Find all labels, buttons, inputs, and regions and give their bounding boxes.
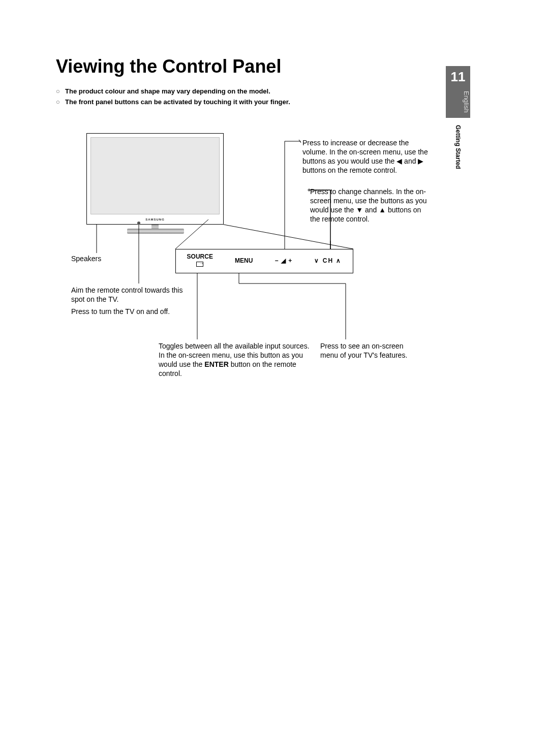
bullet-icon: [56, 97, 65, 108]
note-text: The front panel buttons can be activated…: [65, 97, 290, 108]
source-callout: Toggles between all the available input …: [159, 341, 316, 379]
tv-stand-base: [127, 229, 184, 234]
source-callout-line2: In the on-screen menu, use this button a…: [159, 351, 316, 379]
source-callout-line1: Toggles between all the available input …: [159, 341, 316, 351]
language-label: English: [446, 87, 470, 118]
volume-label: − ◢ +: [275, 257, 293, 264]
svg-line-1: [224, 225, 353, 249]
manual-page: Viewing the Control Panel The product co…: [0, 0, 549, 756]
remote-sensor-dot: [137, 222, 140, 225]
menu-button: MENU: [235, 257, 253, 265]
button-panel: SOURCE MENU − ◢ + ∨ CH ∧: [175, 249, 353, 273]
bullet-icon: [56, 86, 65, 97]
notes-list: The product colour and shape may vary de…: [56, 86, 493, 108]
source-label: SOURCE: [187, 253, 213, 261]
side-tab: 11 English Getting Started: [446, 66, 470, 169]
svg-line-8: [299, 140, 301, 143]
section-label: Getting Started: [454, 125, 462, 169]
remote-sensor-callout: Aim the remote control towards this spot…: [71, 286, 188, 317]
menu-label: MENU: [235, 257, 253, 264]
source-button: SOURCE: [187, 253, 213, 269]
tv-brand-label: SAMSUNG: [87, 218, 223, 222]
control-panel-diagram: SAMSUNG SOURCE MENU − ◢ + ∨ CH ∧: [66, 123, 452, 407]
note-item: The product colour and shape may vary de…: [56, 86, 493, 97]
source-icon: [196, 262, 203, 267]
page-number: 11: [446, 66, 470, 87]
menu-callout: Press to see an on-screen menu of your T…: [320, 341, 422, 360]
note-text: The product colour and shape may vary de…: [65, 86, 270, 97]
volume-callout: Press to increase or decrease the volume…: [302, 138, 432, 175]
channel-label: ∨ CH ∧: [314, 257, 342, 264]
speakers-callout: Speakers: [71, 254, 122, 263]
note-item: The front panel buttons can be activated…: [56, 97, 493, 108]
remote-sensor-line1: Aim the remote control towards this spot…: [71, 286, 188, 304]
remote-sensor-line2: Press to turn the TV on and off.: [71, 307, 188, 316]
source-callout-bold: ENTER: [204, 360, 228, 368]
channel-callout: Press to change channels. In the on-scre…: [310, 187, 432, 224]
page-title: Viewing the Control Panel: [56, 56, 493, 77]
channel-button: ∨ CH ∧: [314, 257, 342, 265]
tv-screen: [90, 137, 220, 214]
volume-button: − ◢ +: [275, 257, 293, 265]
